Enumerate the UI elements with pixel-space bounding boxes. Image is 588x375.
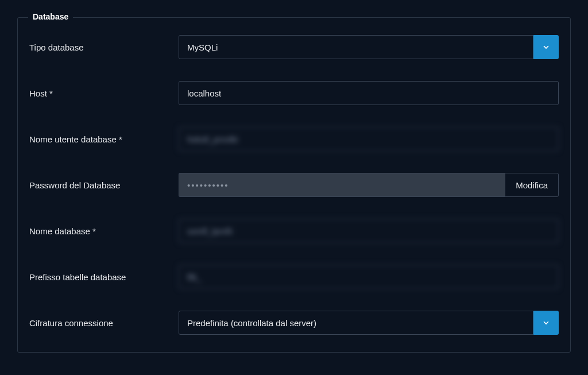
host-input[interactable] — [179, 81, 559, 105]
encryption-row: Cifratura connessione Predefinita (contr… — [29, 311, 559, 335]
db-type-row: Tipo database MySQLi — [29, 35, 559, 59]
prefix-input[interactable] — [179, 265, 559, 289]
modify-password-button[interactable]: Modifica — [505, 173, 559, 197]
dbname-label: Nome database * — [29, 226, 179, 236]
db-type-select[interactable]: MySQLi — [179, 35, 559, 59]
prefix-label: Prefisso tabelle database — [29, 272, 179, 282]
username-row: Nome utente database * — [29, 127, 559, 151]
db-type-value[interactable]: MySQLi — [179, 35, 533, 59]
encryption-label: Cifratura connessione — [29, 318, 179, 328]
encryption-value[interactable]: Predefinita (controllata dal server) — [179, 311, 533, 335]
password-label: Password del Database — [29, 180, 179, 190]
db-type-label: Tipo database — [29, 42, 179, 52]
database-fieldset: Database Tipo database MySQLi Host * Nom… — [17, 17, 571, 353]
encryption-select[interactable]: Predefinita (controllata dal server) — [179, 311, 559, 335]
host-label: Host * — [29, 88, 179, 98]
dbname-input[interactable] — [179, 219, 559, 243]
password-input — [179, 173, 505, 197]
username-label: Nome utente database * — [29, 134, 179, 144]
password-row: Password del Database Modifica — [29, 173, 559, 197]
host-row: Host * — [29, 81, 559, 105]
username-input[interactable] — [179, 127, 559, 151]
dbname-row: Nome database * — [29, 219, 559, 243]
chevron-down-icon[interactable] — [533, 35, 559, 59]
chevron-down-icon[interactable] — [533, 311, 559, 335]
section-title: Database — [28, 12, 73, 21]
prefix-row: Prefisso tabelle database — [29, 265, 559, 289]
